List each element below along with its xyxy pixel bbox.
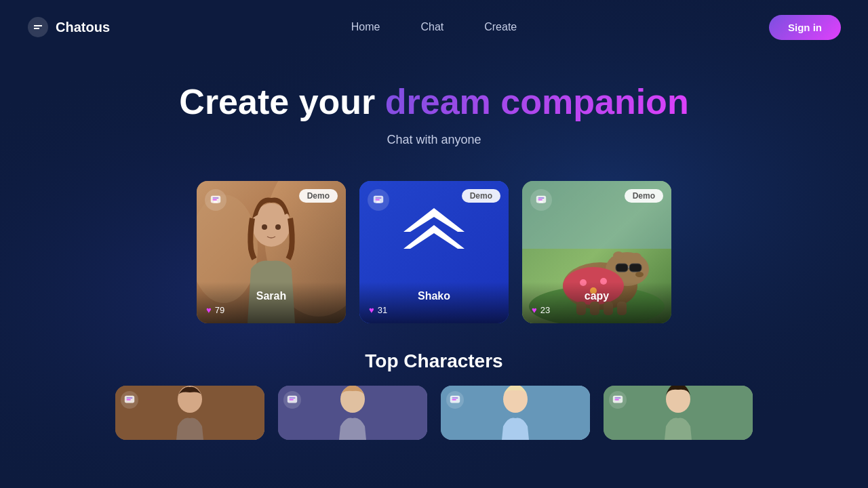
svg-rect-48 — [288, 396, 297, 403]
bottom-4-chat-icon — [609, 391, 627, 409]
card-sarah[interactable]: Demo Sarah ♥ 79 — [197, 181, 346, 323]
bottom-card-4-image — [604, 386, 753, 440]
bottom-card-4[interactable] — [604, 386, 753, 440]
svg-rect-62 — [615, 399, 619, 400]
shako-footer: Shako ♥ 31 — [359, 282, 509, 323]
card-shako[interactable]: Demo Shako ♥ 31 — [359, 181, 509, 323]
svg-rect-54 — [450, 396, 460, 403]
capy-likes-count: 23 — [540, 305, 550, 315]
svg-point-8 — [262, 224, 267, 230]
svg-rect-49 — [290, 397, 296, 398]
sarah-footer: Sarah ♥ 79 — [197, 282, 346, 323]
shako-name: Shako — [369, 290, 499, 302]
bottom-3-chat-icon — [446, 391, 464, 409]
sarah-name: Sarah — [206, 290, 336, 302]
svg-rect-44 — [127, 399, 131, 400]
svg-rect-60 — [613, 396, 623, 403]
svg-rect-22 — [616, 264, 628, 272]
hero-title: Create your dream companion — [0, 81, 868, 122]
svg-rect-42 — [125, 396, 134, 403]
navbar: Chatous Home Chat Create Sign in — [0, 0, 868, 54]
svg-point-31 — [631, 253, 642, 261]
svg-rect-50 — [290, 399, 294, 400]
svg-point-9 — [275, 224, 281, 230]
svg-rect-12 — [213, 199, 217, 200]
nav-home[interactable]: Home — [351, 21, 380, 33]
bottom-card-1[interactable] — [115, 386, 264, 440]
section-title: Top Characters — [0, 350, 868, 372]
logo-icon — [27, 16, 49, 38]
shako-demo-badge: Demo — [462, 189, 500, 203]
shako-likes: ♥ 31 — [369, 305, 499, 315]
svg-rect-38 — [538, 199, 542, 200]
bottom-card-2[interactable] — [278, 386, 427, 440]
svg-rect-16 — [376, 199, 380, 200]
bottom-1-chat-icon — [121, 391, 138, 409]
sarah-heart-icon: ♥ — [206, 305, 212, 315]
hero-title-plain: Create your — [179, 82, 384, 121]
logo[interactable]: Chatous — [27, 16, 110, 38]
sarah-demo-badge: Demo — [299, 189, 338, 203]
svg-point-3 — [28, 17, 48, 37]
svg-rect-11 — [213, 197, 219, 198]
svg-rect-43 — [127, 397, 133, 398]
card-capy[interactable]: Demo capy ♥ 23 — [522, 181, 671, 323]
capy-heart-icon: ♥ — [532, 305, 537, 315]
shako-heart-icon: ♥ — [369, 305, 374, 315]
hero-title-accent: dream companion — [385, 82, 689, 121]
svg-rect-55 — [452, 397, 458, 398]
svg-rect-56 — [452, 399, 456, 400]
bottom-card-3-image — [441, 386, 590, 440]
svg-point-30 — [613, 251, 624, 260]
svg-rect-23 — [629, 264, 642, 272]
nav-create[interactable]: Create — [484, 21, 517, 33]
svg-point-25 — [635, 272, 644, 277]
bottom-card-2-image — [278, 386, 427, 440]
capy-likes: ♥ 23 — [532, 305, 662, 315]
capy-chat-icon — [530, 189, 552, 211]
shako-likes-count: 31 — [378, 305, 387, 315]
top-characters-section: Top Characters — [0, 350, 868, 440]
sarah-likes: ♥ 79 — [206, 305, 336, 315]
svg-rect-15 — [376, 197, 382, 198]
nav-links: Home Chat Create — [351, 21, 517, 33]
svg-rect-37 — [538, 197, 545, 198]
capy-footer: capy ♥ 23 — [522, 282, 671, 323]
demo-cards-row: Demo Sarah ♥ 79 — [0, 181, 868, 323]
hero-section: Create your dream companion Chat with an… — [0, 54, 868, 323]
signin-button[interactable]: Sign in — [769, 15, 841, 40]
capy-name: capy — [532, 290, 662, 302]
svg-rect-61 — [615, 397, 621, 398]
nav-chat[interactable]: Chat — [420, 21, 443, 33]
bottom-card-1-image — [115, 386, 264, 440]
sarah-likes-count: 79 — [215, 305, 224, 315]
logo-text: Chatous — [56, 20, 110, 35]
hero-subtitle: Chat with anyone — [0, 133, 868, 147]
bottom-cards-row — [0, 386, 868, 440]
bottom-2-chat-icon — [283, 391, 301, 409]
sarah-chat-icon — [205, 189, 226, 211]
shako-chat-icon — [368, 189, 389, 211]
capy-demo-badge: Demo — [625, 189, 663, 203]
bottom-card-3[interactable] — [441, 386, 590, 440]
